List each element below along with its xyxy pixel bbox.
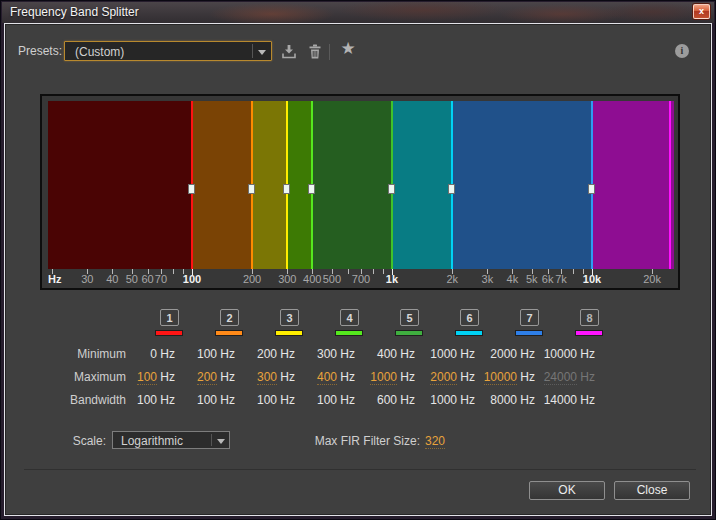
frequency-band-6 bbox=[392, 101, 452, 269]
band-divider-line bbox=[669, 101, 671, 269]
dropdown-separator bbox=[211, 434, 212, 446]
editable-frequency-value[interactable]: 2000 bbox=[430, 370, 457, 385]
frequency-unit: Hz bbox=[277, 370, 295, 384]
maximum-value-band-1: 100 Hz bbox=[115, 370, 175, 384]
window-close-button[interactable]: x bbox=[693, 4, 710, 19]
axis-tick-label: 7k bbox=[555, 273, 567, 285]
frequency-band-3 bbox=[252, 101, 287, 269]
maximum-value-band-2: 200 Hz bbox=[175, 370, 235, 384]
frequency-band-2 bbox=[192, 101, 252, 269]
title-bar[interactable]: Frequency Band Splitter x bbox=[2, 2, 714, 23]
axis-tick-label: 300 bbox=[278, 273, 296, 285]
minimum-value-band-7: 2000 Hz bbox=[475, 347, 535, 361]
frequency-band-7 bbox=[452, 101, 592, 269]
save-preset-icon[interactable] bbox=[280, 43, 298, 61]
editable-frequency-value[interactable]: 10000 bbox=[484, 370, 517, 385]
editable-frequency-value: 24000 bbox=[544, 370, 577, 385]
presets-dropdown[interactable]: (Custom) bbox=[64, 41, 272, 61]
axis-tick-label: 40 bbox=[106, 273, 118, 285]
frequency-unit: Hz bbox=[457, 370, 475, 384]
minimum-value-band-2: 100 Hz bbox=[175, 347, 235, 361]
minimum-value-band-8: 10000 Hz bbox=[535, 347, 595, 361]
axis-tick bbox=[373, 269, 374, 274]
minimum-value-band-3: 200 Hz bbox=[235, 347, 295, 361]
axis-tick-label: 50 bbox=[126, 273, 138, 285]
editable-frequency-value[interactable]: 1000 bbox=[370, 370, 397, 385]
max-fir-filter-size-label: Max FIR Filter Size: bbox=[260, 434, 420, 448]
band-divider-handle[interactable] bbox=[388, 184, 395, 194]
band-select-button-2[interactable]: 2 bbox=[220, 309, 239, 326]
axis-tick bbox=[173, 269, 174, 274]
band-divider-handle[interactable] bbox=[248, 184, 255, 194]
maximum-value-band-3: 300 Hz bbox=[235, 370, 295, 384]
band-select-button-5[interactable]: 5 bbox=[400, 309, 419, 326]
presets-selected-value: (Custom) bbox=[75, 45, 124, 59]
axis-tick-label: 6k bbox=[542, 273, 554, 285]
info-icon[interactable]: i bbox=[675, 44, 689, 58]
axis-tick-label: 3k bbox=[482, 273, 494, 285]
bandwidth-value-band-3: 100 Hz bbox=[235, 393, 295, 407]
frequency-unit: Hz bbox=[217, 370, 235, 384]
bandwidth-value-band-5: 600 Hz bbox=[355, 393, 415, 407]
band-select-button-4[interactable]: 4 bbox=[340, 309, 359, 326]
band-select-button-1[interactable]: 1 bbox=[160, 309, 179, 326]
maximum-value-band-6: 2000 Hz bbox=[415, 370, 475, 384]
frequency-unit: Hz bbox=[157, 370, 175, 384]
axis-tick bbox=[383, 269, 384, 274]
dialog-client-area: Presets: (Custom) ★ i bbox=[5, 24, 711, 515]
bandwidth-value-band-6: 1000 Hz bbox=[415, 393, 475, 407]
axis-tick-label: 1k bbox=[386, 273, 398, 285]
band-divider-handle[interactable] bbox=[188, 184, 195, 194]
spectrum-plot[interactable] bbox=[48, 101, 674, 269]
band-select-button-7[interactable]: 7 bbox=[520, 309, 539, 326]
band-select-button-3[interactable]: 3 bbox=[280, 309, 299, 326]
axis-tick-label: 5k bbox=[526, 273, 538, 285]
max-fir-filter-size-value[interactable]: 320 bbox=[425, 434, 445, 449]
scale-dropdown[interactable]: Logarithmic bbox=[112, 431, 230, 449]
band-divider-handle[interactable] bbox=[308, 184, 315, 194]
axis-tick-label: 70 bbox=[155, 273, 167, 285]
axis-tick-label: 400 bbox=[303, 273, 321, 285]
minimum-value-band-1: 0 Hz bbox=[115, 347, 175, 361]
footer-divider bbox=[24, 469, 696, 470]
axis-tick-label: 200 bbox=[243, 273, 261, 285]
band-divider-handle[interactable] bbox=[283, 184, 290, 194]
editable-frequency-value[interactable]: 100 bbox=[137, 370, 157, 385]
frequency-axis: Hz30405060701002003004005007001k2k3k4k5k… bbox=[48, 269, 674, 286]
frequency-unit: Hz bbox=[397, 370, 415, 384]
favorite-star-icon[interactable]: ★ bbox=[338, 40, 358, 60]
minimum-value-band-5: 400 Hz bbox=[355, 347, 415, 361]
band-divider-handle[interactable] bbox=[448, 184, 455, 194]
frequency-unit: Hz bbox=[577, 370, 595, 384]
axis-tick bbox=[573, 269, 574, 274]
axis-tick-label: 60 bbox=[141, 273, 153, 285]
frequency-unit: Hz bbox=[517, 370, 535, 384]
axis-tick-label: 20k bbox=[643, 273, 661, 285]
frequency-spectrum-panel: Hz30405060701002003004005007001k2k3k4k5k… bbox=[40, 94, 680, 290]
maximum-value-band-7: 10000 Hz bbox=[475, 370, 535, 384]
chevron-down-icon bbox=[217, 439, 225, 444]
chevron-down-icon bbox=[258, 50, 266, 55]
frequency-unit: Hz bbox=[337, 370, 355, 384]
band-color-swatch-3 bbox=[275, 330, 303, 336]
maximum-value-band-5: 1000 Hz bbox=[355, 370, 415, 384]
bandwidth-value-band-4: 100 Hz bbox=[295, 393, 355, 407]
axis-tick bbox=[348, 269, 349, 274]
band-divider-handle[interactable] bbox=[588, 184, 595, 194]
bandwidth-value-band-2: 100 Hz bbox=[175, 393, 235, 407]
close-button[interactable]: Close bbox=[614, 481, 690, 500]
axis-tick-label: 4k bbox=[507, 273, 519, 285]
band-color-swatch-5 bbox=[395, 330, 423, 336]
minimum-value-band-4: 300 Hz bbox=[295, 347, 355, 361]
delete-preset-icon[interactable] bbox=[306, 43, 324, 61]
editable-frequency-value[interactable]: 300 bbox=[257, 370, 277, 385]
frequency-band-1 bbox=[48, 101, 192, 269]
band-color-swatch-1 bbox=[155, 330, 183, 336]
ok-button[interactable]: OK bbox=[529, 481, 605, 500]
editable-frequency-value[interactable]: 200 bbox=[197, 370, 217, 385]
bandwidth-value-band-7: 8000 Hz bbox=[475, 393, 535, 407]
band-select-button-8[interactable]: 8 bbox=[580, 309, 599, 326]
editable-frequency-value[interactable]: 400 bbox=[317, 370, 337, 385]
axis-tick-label: 700 bbox=[352, 273, 370, 285]
band-select-button-6[interactable]: 6 bbox=[460, 309, 479, 326]
